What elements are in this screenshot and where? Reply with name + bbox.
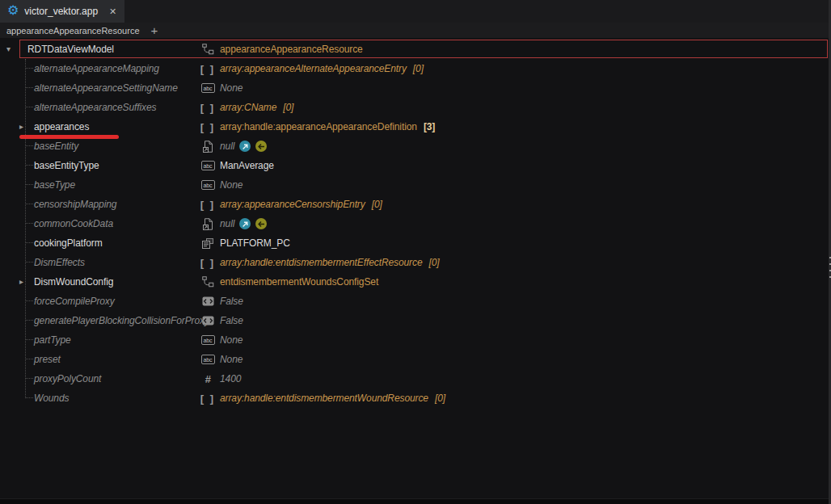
tree-row-RDTDataViewModel[interactable]: ▾RDTDataViewModelappearanceAppearanceRes… [0, 40, 829, 59]
tree-row-preset[interactable]: presetabcNone [0, 350, 829, 369]
property-name: partType [34, 334, 71, 346]
tree-connector [25, 339, 33, 340]
property-value[interactable]: array:appearanceAlternateAppearanceEntry [220, 63, 407, 74]
property-name: commonCookData [34, 218, 113, 229]
red-underline-annotation [19, 135, 119, 139]
tree-row-alternateAppearanceMapping[interactable]: alternateAppearanceMapping[ ]array:appea… [0, 59, 829, 78]
property-value-cell: appearanceAppearanceResource [200, 40, 363, 59]
array-count: [0] [429, 257, 440, 268]
property-value[interactable]: null [220, 218, 234, 229]
property-name: DismEffects [34, 257, 85, 268]
property-name: generatePlayerBlockingCollisionForProxy [34, 315, 209, 326]
tree-row-alternateAppearanceSuffixes[interactable]: alternateAppearanceSuffixes[ ]array:CNam… [0, 98, 829, 117]
chevron-right-icon[interactable]: ▸ [19, 278, 23, 286]
close-icon[interactable]: ✕ [109, 6, 116, 17]
property-value[interactable]: ManAverage [220, 160, 274, 171]
tab-strip: ⚙ victor_vektor.app ✕ [0, 0, 829, 23]
tree-row-baseType[interactable]: baseTypeabcNone [0, 175, 829, 195]
tree-connector [25, 184, 33, 185]
tree-row-partType[interactable]: partTypeabcNone [0, 330, 829, 350]
open-in-new-button[interactable] [239, 218, 251, 229]
tree-row-DismEffects[interactable]: DismEffects[ ]array:handle:entdismemberm… [0, 253, 829, 272]
property-name: proxyPolyCount [34, 373, 101, 384]
property-name: Wounds [34, 393, 69, 404]
property-value[interactable]: appearanceAppearanceResource [220, 44, 363, 55]
property-value-cell: PLATFORM_PC [200, 233, 290, 253]
property-value[interactable]: array:handle:entdismembermentEffectResou… [220, 257, 423, 268]
tree-connector [25, 204, 33, 204]
property-value[interactable]: array:CName [220, 102, 276, 113]
tree-row-proxyPolyCount[interactable]: proxyPolyCount#1400 [0, 369, 829, 388]
add-tab-button[interactable]: + [151, 24, 158, 36]
property-tree: ▾RDTDataViewModelappearanceAppearanceRes… [0, 40, 829, 408]
array-brackets-icon: [ ] [200, 121, 215, 133]
tree-row-generatePlayerBlockingCollisionForProxy[interactable]: generatePlayerBlockingCollisionForProxyF… [0, 311, 829, 330]
property-value[interactable]: None [220, 334, 243, 346]
property-value[interactable]: None [220, 82, 243, 94]
tree-row-cookingPlatform[interactable]: cookingPlatformPLATFORM_PC [0, 233, 829, 253]
property-value-cell: null [200, 214, 267, 233]
document-tab-appearance-resource[interactable]: appearanceAppearanceResource [0, 26, 140, 36]
array-brackets-icon: [ ] [200, 257, 215, 269]
chevron-right-icon[interactable]: ▸ [19, 123, 23, 131]
property-value[interactable]: None [220, 354, 243, 365]
property-name: appearances [34, 121, 89, 132]
array-count: [0] [435, 393, 445, 404]
tree-row-DismWoundConfig[interactable]: ▸DismWoundConfigentdismembermentWoundsCo… [0, 272, 829, 292]
tree-connector [25, 242, 33, 243]
import-handle-button[interactable] [255, 141, 267, 152]
import-handle-button[interactable] [255, 218, 267, 229]
tree-row-baseEntity[interactable]: baseEntitynull [0, 136, 829, 156]
property-value[interactable]: array:handle:appearanceAppearanceDefinit… [220, 121, 417, 132]
array-count: [0] [372, 199, 382, 210]
property-value-cell: abcNone [200, 330, 243, 350]
tree-connector [25, 320, 33, 321]
app-tab-victor-vektor[interactable]: ⚙ victor_vektor.app ✕ [0, 0, 124, 23]
tree-row-baseEntityType[interactable]: baseEntityTypeabcManAverage [0, 156, 829, 175]
property-value-cell: #1400 [200, 369, 241, 388]
tree-row-Wounds[interactable]: Wounds[ ]array:handle:entdismembermentWo… [0, 388, 829, 408]
tree-row-appearances[interactable]: ▸appearances[ ]array:handle:appearanceAp… [0, 117, 829, 136]
tree-connector [25, 397, 33, 398]
property-name: DismWoundConfig [34, 276, 113, 288]
property-name: alternateAppearanceSettingName [34, 82, 178, 94]
property-value-cell: entdismembermentWoundsConfigSet [200, 272, 378, 292]
property-value[interactable]: null [220, 141, 234, 152]
enum-icon [200, 238, 215, 249]
tree-connector [25, 223, 33, 224]
app-tab-title: victor_vektor.app [24, 6, 98, 17]
property-name: baseEntityType [34, 160, 99, 171]
tree-connector [25, 359, 33, 359]
open-in-new-button[interactable] [239, 141, 251, 152]
tree-row-censorshipMapping[interactable]: censorshipMapping[ ]array:appearanceCens… [0, 195, 829, 214]
bool-icon [200, 316, 215, 326]
tree-row-commonCookData[interactable]: commonCookDatanull [0, 214, 829, 233]
array-brackets-icon: [ ] [200, 393, 215, 405]
resource-ref-icon [200, 141, 215, 153]
property-value[interactable]: None [220, 179, 243, 191]
property-value[interactable]: array:handle:entdismembermentWoundResour… [220, 393, 428, 404]
property-value-cell: False [200, 292, 243, 311]
tree-row-forceCompileProxy[interactable]: forceCompileProxyFalse [0, 292, 829, 311]
tree-connector [25, 165, 33, 166]
property-value[interactable]: False [220, 296, 243, 307]
property-value-cell: abcNone [200, 175, 243, 195]
tree-connector [25, 145, 33, 146]
property-value[interactable]: PLATFORM_PC [220, 237, 290, 249]
property-name: baseEntity [34, 141, 78, 152]
array-count: [0] [413, 63, 424, 74]
property-value[interactable]: 1400 [220, 373, 241, 384]
window-bottom-edge [0, 498, 829, 504]
array-brackets-icon: [ ] [200, 102, 215, 114]
property-value-cell: abcNone [200, 350, 243, 369]
property-value-cell: False [200, 311, 243, 330]
bool-icon [200, 296, 215, 306]
property-name: alternateAppearanceSuffixes [34, 102, 156, 113]
property-value[interactable]: False [220, 315, 243, 326]
chevron-down-icon[interactable]: ▾ [6, 45, 11, 53]
property-value[interactable]: array:appearanceCensorshipEntry [220, 199, 365, 210]
property-value[interactable]: entdismembermentWoundsConfigSet [220, 276, 378, 288]
tree-row-alternateAppearanceSettingName[interactable]: alternateAppearanceSettingNameabcNone [0, 78, 829, 98]
property-name: cookingPlatform [34, 237, 103, 249]
selection-border [19, 40, 828, 58]
